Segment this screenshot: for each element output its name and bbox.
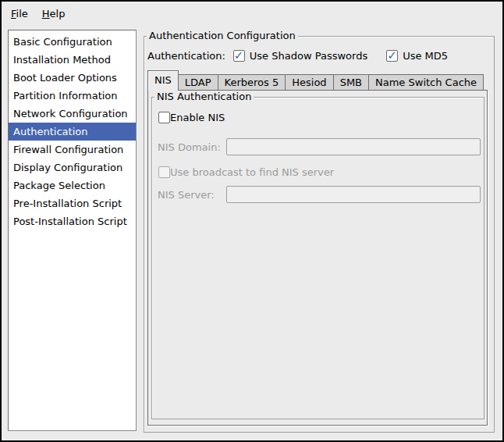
sidebar-item-basic-configuration[interactable]: Basic Configuration [9, 33, 136, 51]
authentication-configuration-frame: Authentication Configuration Authenticat… [144, 36, 495, 433]
enable-nis-row: ✓ Enable NIS [158, 110, 225, 124]
use-md5-label: Use MD5 [403, 50, 448, 62]
tab-name-switch-cache[interactable]: Name Switch Cache [369, 74, 484, 91]
nis-domain-label: NIS Domain: [158, 141, 221, 153]
sidebar-item-boot-loader-options[interactable]: Boot Loader Options [9, 69, 136, 87]
frame-title: Authentication Configuration [147, 30, 298, 42]
nis-frame-title: NIS Authentication [154, 91, 254, 103]
tab-hesiod[interactable]: Hesiod [286, 74, 333, 91]
nis-domain-row: NIS Domain: [158, 138, 221, 155]
menu-file[interactable]: File [4, 3, 35, 24]
checkmark-icon: ✓ [387, 48, 397, 62]
sidebar-item-network-configuration[interactable]: Network Configuration [9, 105, 136, 123]
tab-smb[interactable]: SMB [334, 74, 369, 91]
nis-server-input [226, 186, 481, 203]
tab-kerberos-5[interactable]: Kerberos 5 [218, 74, 286, 91]
use-md5-option: ✓ Use MD5 [386, 50, 448, 62]
enable-nis-checkbox[interactable]: ✓ [158, 112, 170, 123]
kickstart-configurator-window: File Help Basic Configuration Installati… [0, 0, 504, 442]
nis-domain-input [226, 138, 481, 155]
enable-nis-label: Enable NIS [170, 112, 225, 123]
use-shadow-passwords-option: ✓ Use Shadow Passwords [233, 50, 367, 62]
sidebar-item-authentication[interactable]: Authentication [9, 123, 136, 141]
nis-server-label: NIS Server: [158, 189, 215, 201]
sidebar-item-package-selection[interactable]: Package Selection [9, 176, 136, 194]
tab-ldap[interactable]: LDAP [179, 74, 218, 91]
checkmark-icon: ✓ [234, 48, 244, 62]
tab-nis[interactable]: NIS [147, 70, 179, 91]
broadcast-label: Use broadcast to find NIS server [170, 166, 334, 178]
nis-tab-page: NIS Authentication ✓ Enable NIS NIS Doma… [147, 90, 488, 426]
authentication-options-row: Authentication: ✓ Use Shadow Passwords ✓… [147, 48, 448, 63]
menu-help[interactable]: Help [35, 3, 73, 24]
use-shadow-passwords-checkbox[interactable]: ✓ [233, 50, 245, 62]
menubar: File Help [2, 2, 502, 25]
use-shadow-passwords-label: Use Shadow Passwords [250, 50, 367, 62]
use-md5-checkbox[interactable]: ✓ [386, 50, 398, 62]
authentication-label: Authentication: [147, 50, 225, 62]
auth-method-tabs: NIS LDAP Kerberos 5 Hesiod SMB Name Swit… [147, 71, 484, 91]
nis-server-row: NIS Server: [158, 186, 215, 203]
sidebar-item-installation-method[interactable]: Installation Method [9, 51, 136, 69]
sidebar-item-display-configuration[interactable]: Display Configuration [9, 159, 136, 176]
broadcast-checkbox: ✓ [158, 166, 170, 178]
sidebar-item-partition-information[interactable]: Partition Information [9, 87, 136, 105]
sidebar-item-post-installation-script[interactable]: Post-Installation Script [9, 212, 136, 230]
sidebar-item-firewall-configuration[interactable]: Firewall Configuration [9, 141, 136, 159]
broadcast-row: ✓ Use broadcast to find NIS server [158, 165, 334, 179]
sidebar-navigation-list: Basic Configuration Installation Method … [8, 30, 137, 431]
nis-authentication-frame: NIS Authentication ✓ Enable NIS NIS Doma… [151, 97, 484, 419]
sidebar-item-pre-installation-script[interactable]: Pre-Installation Script [9, 194, 136, 212]
